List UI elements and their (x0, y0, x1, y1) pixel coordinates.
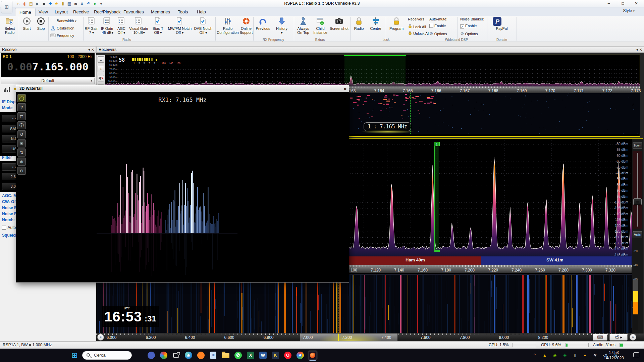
select-radio-button[interactable]: SelectRadio (2, 17, 17, 35)
app-edge[interactable]: e (184, 351, 193, 360)
support-ring-icon[interactable]: ◎ (21, 1, 28, 7)
play-icon[interactable]: ▶ (34, 1, 41, 7)
zoom-selection-box[interactable] (344, 55, 406, 88)
app-word[interactable]: W (258, 351, 268, 360)
tab-view[interactable]: View (35, 8, 52, 16)
previous-button[interactable]: Previous (254, 17, 272, 31)
auto-mute-options-button[interactable]: ⚙ Options (429, 31, 447, 36)
dropdown-agc[interactable]: AGCOff ▾ (114, 17, 128, 35)
app-excel[interactable]: X (246, 351, 255, 360)
screenshot-button[interactable]: Screenshot (329, 17, 350, 31)
dropdown-visualgain[interactable]: Visual Gain-10 dB▾ (129, 17, 148, 35)
notification-center-icon[interactable] (633, 352, 639, 357)
app-explorer[interactable] (221, 351, 230, 360)
lock-icon[interactable]: ▮ (60, 1, 66, 7)
receivers-collapse-icon[interactable]: ▾ (636, 48, 638, 52)
scroll-right-button[interactable]: » (630, 334, 636, 341)
app-opera[interactable]: O (283, 351, 292, 360)
tray-nvidia-icon[interactable]: ◉ (552, 352, 558, 358)
scroll-left-button[interactable]: « (97, 334, 104, 341)
radio-configuration-button[interactable]: RadioConfiguration (217, 17, 239, 35)
tray-usb-icon[interactable]: ▯ (572, 352, 578, 358)
app-keepass[interactable]: K (271, 351, 280, 360)
noise-blanker-options-button[interactable]: ⚙ Options (460, 31, 478, 36)
app-sdr-console[interactable] (308, 351, 317, 360)
status-dot-icon[interactable]: ● (92, 1, 98, 7)
tray-hidden-icons[interactable]: ⌃ (532, 352, 538, 358)
app-firefox[interactable] (196, 351, 206, 360)
layout-icon[interactable]: ▦ (66, 1, 72, 7)
app-notepad[interactable]: ≡ (209, 351, 218, 360)
maximize-button[interactable]: □ (618, 1, 628, 7)
mute-icon[interactable] (98, 75, 104, 81)
frequency-display[interactable]: RX 1 100 - 2300 Hz 0.007.165.000 (1, 53, 95, 77)
auto-mute-enable[interactable]: Enable (429, 24, 446, 28)
dropdown-biast[interactable]: Bias-TOff ▾ (149, 17, 167, 35)
waterfall-3d-close-icon[interactable]: ✕ (343, 86, 347, 93)
keyboard-button[interactable]: ⌨ (593, 334, 607, 341)
lock-receivers-header[interactable]: Receivers (408, 17, 424, 21)
add-icon[interactable]: + (98, 66, 104, 72)
paypal-button[interactable]: PPayPal (492, 17, 511, 31)
favourite-icon[interactable]: ★ (53, 1, 60, 7)
channel-marker[interactable] (434, 142, 439, 252)
channel-flag[interactable]: 1 (434, 142, 440, 146)
always-on-top-button[interactable]: AlwaysOn Top (295, 17, 311, 35)
tray-notify-icon[interactable]: ● (582, 352, 588, 358)
app-chrome[interactable] (296, 351, 305, 360)
zoom-slider[interactable]: — (633, 151, 642, 229)
zoom-slider-handle[interactable]: — (633, 198, 642, 205)
receivers-panel-header[interactable]: Receivers ▾ ✕ (96, 46, 644, 53)
app-teams[interactable] (147, 351, 156, 360)
qat-more-icon[interactable]: ▾ (98, 1, 104, 7)
app-task-view[interactable] (171, 351, 181, 360)
tab-help[interactable]: Help (193, 8, 210, 16)
info-line[interactable]: Noise R (2, 212, 17, 216)
child-instance-button[interactable]: ChildInstance (312, 17, 329, 35)
waterfall-3d-titlebar[interactable]: 3D Waterfall ✕ (16, 85, 349, 92)
auto-button[interactable]: Auto (633, 231, 642, 238)
zoom-dropdown[interactable]: Zoom ▾ (633, 142, 642, 149)
minimize-button[interactable]: – (604, 1, 614, 7)
camera-icon[interactable]: ◙ (72, 1, 79, 7)
close-button[interactable]: ✕ (631, 1, 641, 7)
filter-label[interactable]: Filter (2, 155, 12, 160)
taskbar-clock[interactable]: 17:53 14/12/2023 (600, 350, 627, 361)
lock-all-button[interactable]: Lock All (408, 24, 426, 29)
tray-defender-icon[interactable]: ✚ (562, 352, 568, 358)
preset-dropdown[interactable]: Default▾ (1, 78, 95, 84)
menu-icon[interactable]: ≡ (98, 56, 104, 63)
receive-close-icon[interactable]: ✕ (91, 48, 94, 52)
info-line[interactable]: Noise B (2, 205, 17, 210)
fullband-frequency-scale[interactable]: 6.0006.2006.4006.6006.8007.0007.2007.400… (96, 334, 644, 341)
app-photos[interactable] (159, 351, 168, 360)
taskbar-search[interactable]: Cerca (82, 351, 132, 360)
waterfall-3d-window[interactable]: 3D Waterfall ✕ ◯?◻ⓘ↺✳⇅⊕⊖ RX1: 7.165 MHz (16, 85, 349, 283)
rx-marker-bubble[interactable]: 1 : 7.165 MHz (364, 122, 411, 131)
dropdown-ifgain[interactable]: IF Gain-45 dB▾ (100, 17, 114, 35)
dropdown-rfgain[interactable]: RF Gain7 ▾ (84, 17, 99, 35)
dropdown-mwfmnotch[interactable]: MW/FM NotchOff ▾ (168, 17, 192, 35)
home-icon[interactable]: ⌂ (15, 1, 21, 7)
lock-radio-button[interactable]: Radio (352, 17, 366, 31)
folder-icon[interactable]: ▤ (28, 1, 34, 7)
auto-checkbox[interactable]: Auto (2, 224, 16, 230)
levels-icon[interactable] (3, 86, 11, 92)
auto-mute-enable-checkbox[interactable] (429, 24, 433, 28)
mode-label[interactable]: Mode (2, 106, 12, 110)
tray-gdrive-icon[interactable]: ▲ (542, 352, 548, 358)
waterfall-palette-bar[interactable] (633, 280, 638, 330)
squelch-label[interactable]: Squelch (2, 233, 18, 238)
lock-program-button[interactable]: Program (387, 17, 406, 31)
add-icon[interactable]: ✚ (47, 1, 53, 7)
receive-panel-header[interactable]: Receive ▾ ✕ (0, 46, 96, 53)
stop-icon[interactable]: ■ (41, 1, 47, 7)
undo-icon[interactable]: ↶ (85, 1, 92, 7)
unlock-all-button[interactable]: Unlock All (408, 31, 429, 36)
auto-mute-header[interactable]: Auto-mute: (429, 17, 447, 21)
receive-collapse-icon[interactable]: ▾ (88, 48, 90, 52)
tab-home[interactable]: Home (15, 8, 36, 16)
speed-button[interactable]: x5 ▸ (609, 334, 628, 341)
start-button[interactable]: ⊞ (71, 352, 77, 359)
tab-receive[interactable]: Receive (69, 8, 93, 16)
